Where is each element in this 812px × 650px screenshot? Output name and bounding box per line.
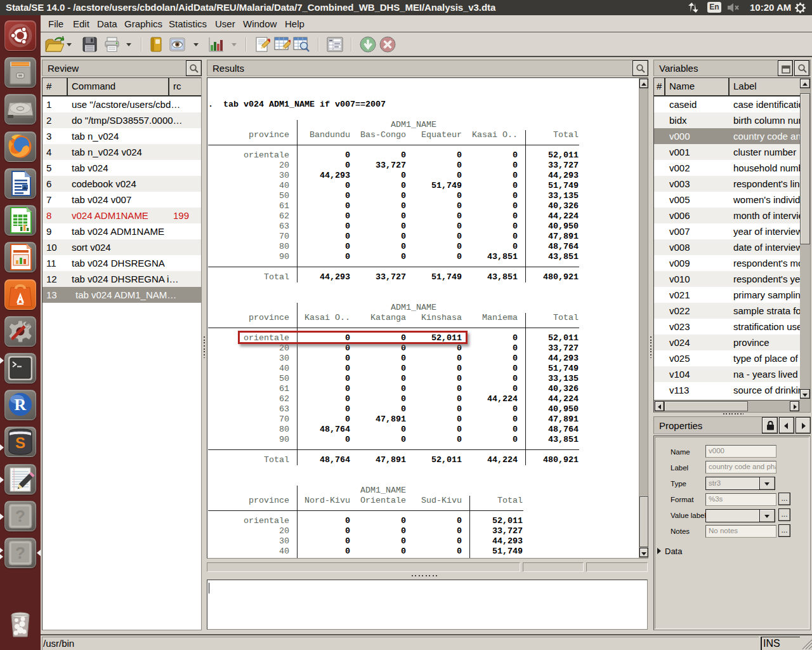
- svg-text:R: R: [15, 395, 27, 414]
- svg-text:S: S: [15, 434, 25, 451]
- svg-text:?: ?: [15, 543, 25, 562]
- svg-text:?: ?: [15, 507, 25, 526]
